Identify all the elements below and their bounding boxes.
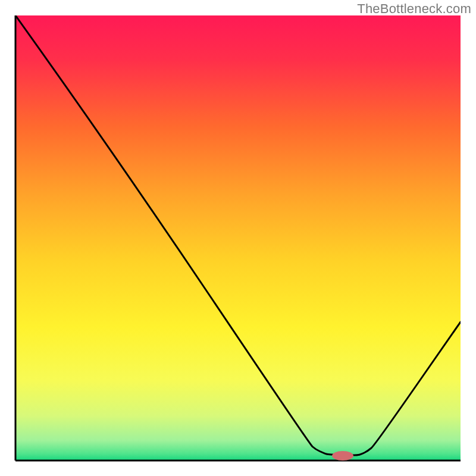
chart-canvas — [0, 0, 476, 476]
gradient-background — [15, 15, 461, 461]
watermark-text: TheBottleneck.com — [357, 1, 471, 17]
optimum-marker — [332, 451, 353, 461]
chart-stage: TheBottleneck.com — [0, 0, 476, 476]
